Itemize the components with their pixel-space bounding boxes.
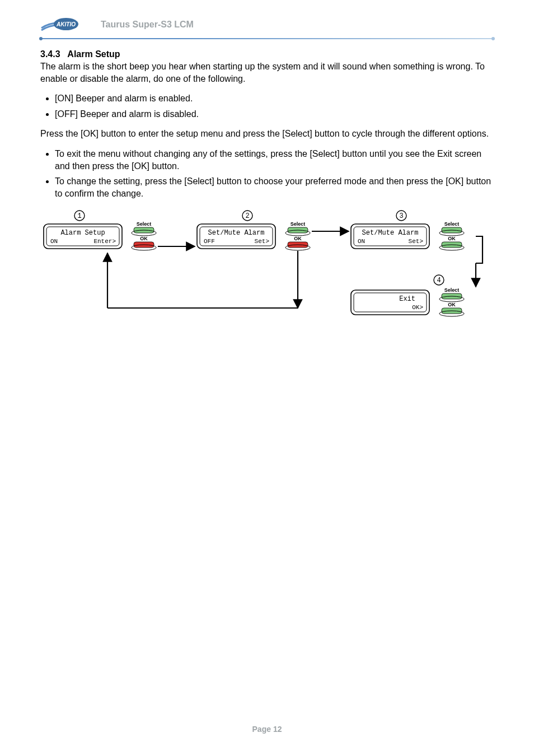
step-badge-4: 4 <box>434 275 444 285</box>
list-item: [ON] Beeper and alarm is enabled. <box>55 92 494 105</box>
svg-rect-25 <box>351 290 429 315</box>
svg-text:Select: Select <box>291 221 306 227</box>
lcd-screen-2: Set/Mute Alarm OFF Set> <box>197 224 275 249</box>
doc-title: Taurus Super-S3 LCM <box>101 20 194 30</box>
list-item: [OFF] Beeper and alarm is disabled. <box>55 108 494 120</box>
lcd-screen-3: Set/Mute Alarm ON Set> <box>351 224 429 249</box>
svg-text:2: 2 <box>245 212 249 220</box>
instruction-paragraph: Press the [OK] button to enter the setup… <box>40 128 494 140</box>
svg-text:Alarm Setup: Alarm Setup <box>60 229 105 237</box>
list-item: To change the setting, press the [Select… <box>55 175 494 199</box>
svg-text:Exit: Exit <box>399 295 415 303</box>
svg-text:ON: ON <box>50 238 58 245</box>
svg-text:Select: Select <box>137 221 152 227</box>
svg-text:Set>: Set> <box>255 238 269 245</box>
svg-text:Set/Mute Alarm: Set/Mute Alarm <box>208 229 265 237</box>
button-pair-3: Select OK <box>439 221 464 250</box>
svg-text:1: 1 <box>77 212 81 220</box>
list-item: To exit the menu without changing any of… <box>55 148 494 172</box>
button-pair-4: Select OK <box>439 287 464 316</box>
intro-paragraph: The alarm is the short beep you hear whe… <box>40 60 494 85</box>
svg-text:OK: OK <box>448 302 456 307</box>
svg-text:4: 4 <box>437 277 441 284</box>
brand-logo: AKITIO <box>40 16 91 34</box>
svg-text:3: 3 <box>399 212 403 220</box>
svg-text:AKITIO: AKITIO <box>56 21 76 27</box>
svg-text:OFF: OFF <box>204 238 215 245</box>
flow-diagram: 1 2 3 4 Alarm Setup ON Enter> <box>40 207 499 333</box>
svg-text:Set>: Set> <box>409 238 423 245</box>
svg-text:Set/Mute Alarm: Set/Mute Alarm <box>362 229 419 237</box>
steps-list: To exit the menu without changing any of… <box>40 148 494 199</box>
svg-text:Select: Select <box>444 287 460 293</box>
arrow-icon <box>476 236 483 263</box>
button-pair-1: Select OK <box>132 221 156 250</box>
options-list: [ON] Beeper and alarm is enabled. [OFF] … <box>40 92 494 120</box>
svg-text:OK>: OK> <box>412 304 423 311</box>
step-badge-1: 1 <box>74 211 85 221</box>
step-badge-2: 2 <box>242 211 252 221</box>
doc-header: AKITIO Taurus Super-S3 LCM <box>40 0 494 37</box>
lcd-screen-4: Exit OK> <box>351 290 429 315</box>
svg-text:OK: OK <box>140 236 148 241</box>
section-heading: 3.4.3 Alarm Setup <box>40 49 494 59</box>
step-badge-3: 3 <box>396 211 406 221</box>
svg-text:ON: ON <box>358 238 365 245</box>
button-pair-2: Select OK <box>285 221 310 250</box>
svg-text:Select: Select <box>444 221 460 227</box>
svg-text:OK: OK <box>294 236 302 241</box>
lcd-screen-1: Alarm Setup ON Enter> <box>44 224 122 249</box>
svg-text:Enter>: Enter> <box>93 238 116 245</box>
page-footer: Page 12 <box>0 725 534 734</box>
svg-text:OK: OK <box>448 236 456 241</box>
header-divider <box>40 38 494 39</box>
